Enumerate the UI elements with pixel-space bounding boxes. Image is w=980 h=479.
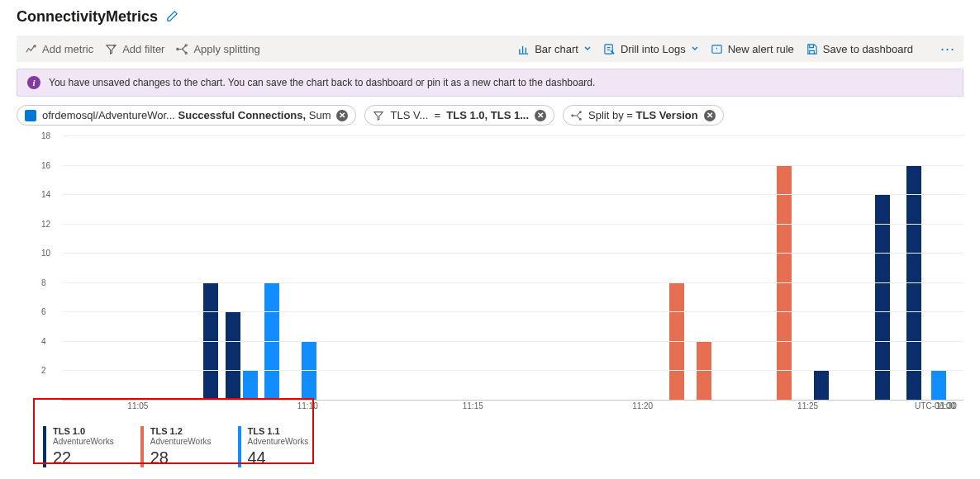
y-tick-label: 4 bbox=[41, 336, 46, 345]
add-metric-button[interactable]: Add metric bbox=[25, 43, 93, 55]
bar-chart-icon bbox=[517, 43, 530, 55]
legend-value: 28 bbox=[150, 448, 212, 467]
y-tick-label: 14 bbox=[41, 190, 50, 199]
drill-into-logs-button[interactable]: Drill into Logs bbox=[603, 43, 699, 55]
y-tick-label: 12 bbox=[41, 219, 50, 228]
new-alert-rule-button[interactable]: New alert rule bbox=[711, 43, 794, 55]
bar-tls1.1[interactable] bbox=[243, 370, 258, 400]
legend-sub: AdventureWorks bbox=[53, 437, 114, 447]
y-tick-label: 18 bbox=[41, 131, 50, 140]
split-icon bbox=[176, 43, 188, 55]
split-chip[interactable]: Split by = TLS Version ✕ bbox=[563, 105, 724, 126]
chevron-down-icon bbox=[583, 45, 592, 53]
legend-sub: AdventureWorks bbox=[248, 437, 309, 447]
legend-item[interactable]: TLS 1.2AdventureWorks28 bbox=[140, 426, 212, 467]
x-tick-label: 11:25 bbox=[797, 401, 818, 410]
save-icon bbox=[806, 43, 818, 55]
legend-color-bar bbox=[238, 426, 241, 467]
add-filter-button[interactable]: Add filter bbox=[105, 43, 164, 55]
filter-chip[interactable]: TLS V... = TLS 1.0, TLS 1... ✕ bbox=[364, 105, 554, 126]
x-tick-label: 11:10 bbox=[297, 401, 318, 410]
remove-filter-button[interactable]: ✕ bbox=[535, 110, 546, 121]
chart-legend: TLS 1.0AdventureWorks22TLS 1.2AdventureW… bbox=[33, 421, 955, 474]
remove-metric-button[interactable]: ✕ bbox=[336, 110, 348, 121]
more-options-button[interactable]: ··· bbox=[940, 41, 955, 56]
bar-tls1.0[interactable] bbox=[875, 194, 890, 400]
chart-plot[interactable] bbox=[62, 135, 955, 400]
chart-toolbar: Add metric Add filter Apply splitting Ba… bbox=[17, 36, 963, 62]
remove-split-button[interactable]: ✕ bbox=[704, 110, 716, 121]
y-tick-label: 6 bbox=[41, 307, 46, 316]
apply-splitting-button[interactable]: Apply splitting bbox=[176, 43, 259, 55]
legend-item[interactable]: TLS 1.0AdventureWorks22 bbox=[43, 426, 114, 467]
split-icon bbox=[571, 110, 583, 121]
x-tick-label: 11:15 bbox=[463, 401, 483, 410]
x-tick-label: 11:30 bbox=[936, 401, 957, 410]
chevron-down-icon bbox=[691, 45, 699, 53]
alert-icon bbox=[711, 43, 723, 55]
y-tick-label: 8 bbox=[41, 277, 46, 287]
legend-value: 22 bbox=[53, 448, 114, 467]
page-header: ConnectivityMetrics bbox=[17, 0, 963, 36]
banner-text: You have unsaved changes to the chart. Y… bbox=[49, 77, 595, 88]
drill-icon bbox=[603, 43, 616, 55]
edit-title-button[interactable] bbox=[166, 10, 178, 25]
legend-value: 44 bbox=[248, 448, 309, 467]
bar-tls1.1[interactable] bbox=[931, 370, 946, 400]
legend-color-bar bbox=[140, 426, 144, 467]
pencil-icon bbox=[166, 10, 178, 22]
legend-item[interactable]: TLS 1.1AdventureWorks44 bbox=[238, 426, 309, 467]
filter-icon bbox=[105, 43, 117, 55]
y-tick-label: 10 bbox=[41, 249, 50, 258]
bar-tls1.0[interactable] bbox=[814, 370, 829, 400]
save-to-dashboard-button[interactable]: Save to dashboard bbox=[806, 43, 913, 55]
legend-name: TLS 1.0 bbox=[53, 426, 114, 437]
chart-type-dropdown[interactable]: Bar chart bbox=[517, 43, 592, 55]
bar-tls1.0[interactable] bbox=[226, 311, 240, 400]
svg-rect-3 bbox=[605, 44, 612, 53]
metric-chip[interactable]: ofrdemosql/AdventureWor... Successful Co… bbox=[17, 105, 356, 126]
legend-color-bar bbox=[43, 426, 46, 467]
add-metric-icon bbox=[25, 43, 37, 55]
page-title: ConnectivityMetrics bbox=[17, 8, 158, 26]
x-tick-label: 11:20 bbox=[632, 401, 653, 410]
chart-x-axis: UTC-08:00 11:0511:1011:1511:2011:2511:30 bbox=[62, 400, 955, 416]
filter-icon bbox=[373, 110, 384, 121]
x-tick-label: 11:05 bbox=[127, 401, 148, 410]
chips-row: ofrdemosql/AdventureWor... Successful Co… bbox=[17, 105, 963, 126]
unsaved-changes-banner: i You have unsaved changes to the chart.… bbox=[17, 69, 963, 97]
resource-icon bbox=[25, 110, 36, 121]
y-tick-label: 16 bbox=[41, 160, 50, 169]
y-tick-label: 2 bbox=[41, 366, 46, 375]
legend-name: TLS 1.2 bbox=[150, 426, 212, 437]
legend-name: TLS 1.1 bbox=[248, 426, 309, 437]
legend-sub: AdventureWorks bbox=[150, 437, 212, 447]
chart-container: 24681012141618 UTC-08:00 11:0511:1011:15… bbox=[17, 135, 963, 416]
info-icon: i bbox=[27, 76, 40, 89]
